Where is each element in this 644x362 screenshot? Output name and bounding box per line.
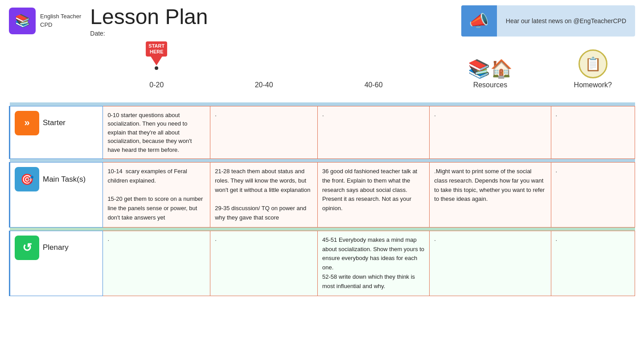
announcement-text: Hear our latest news on @EngTeacherCPD xyxy=(497,17,635,24)
start-pin: START HERE xyxy=(146,41,167,70)
maintask-time2: 21-28 teach them about status and roles.… xyxy=(210,163,318,228)
logo-box: 📚 English Teacher CPD xyxy=(9,8,81,34)
col-20-40-header: 20-40 xyxy=(210,46,318,102)
logo-text: English Teacher CPD xyxy=(40,12,81,28)
logo-icon: 📚 xyxy=(9,8,36,34)
page-header: 📚 English Teacher CPD Lesson Plan Date: … xyxy=(0,0,644,41)
column-header-row: START HERE 0-20 20-40 40-60 📚🏠 xyxy=(10,46,635,102)
starter-time2: . xyxy=(210,106,318,159)
starter-label-inner: » Starter xyxy=(12,111,100,135)
starter-time3: . xyxy=(318,106,430,159)
announcement-box: 📣 Hear our latest news on @EngTeacherCPD xyxy=(461,5,635,37)
plenary-row: ↺ Plenary . . 45-51 Everybody makes a mi… xyxy=(10,231,635,296)
pin-label: START HERE xyxy=(146,41,167,57)
starter-time1: 0-10 starter questions about socializati… xyxy=(103,106,210,159)
divider-top xyxy=(10,102,635,106)
starter-homework: . xyxy=(551,106,635,159)
starter-label-text: Starter xyxy=(43,118,66,127)
date-label: Date: xyxy=(90,30,452,37)
maintask-label-cell: 🎯 Main Task(s) xyxy=(10,163,103,228)
main-title: Lesson Plan xyxy=(90,4,452,29)
plenary-homework: . xyxy=(551,231,635,296)
divider-mid2 xyxy=(10,227,635,231)
plenary-label-inner: ↺ Plenary xyxy=(12,236,100,260)
starter-label-cell: » Starter xyxy=(10,106,103,159)
pin-arrow-shape xyxy=(150,56,163,65)
homework-icon-circle: 📋 xyxy=(578,49,607,78)
main-task-row: 🎯 Main Task(s) 10-14 scary examples of F… xyxy=(10,163,635,228)
starter-resources: . xyxy=(430,106,551,159)
maintask-resources: .Might want to print some of the social … xyxy=(430,163,551,228)
plenary-resources: . xyxy=(430,231,551,296)
plenary-icon: ↺ xyxy=(15,236,39,260)
plenary-time2: . xyxy=(210,231,318,296)
lesson-table-container: START HERE 0-20 20-40 40-60 📚🏠 xyxy=(0,46,644,305)
maintask-homework: . xyxy=(551,163,635,228)
col-40-60-header: 40-60 xyxy=(318,46,430,102)
resource-header-icon: 📚🏠 xyxy=(468,59,513,78)
maintask-time3: 36 good old fashioned teacher talk at th… xyxy=(318,163,430,228)
col-0-20-header: START HERE 0-20 xyxy=(103,46,210,102)
col-label-header xyxy=(10,46,103,102)
maintask-label-text: Main Task(s) xyxy=(43,175,86,184)
maintask-label-inner: 🎯 Main Task(s) xyxy=(12,167,100,191)
maintask-time1: 10-14 scary examples of Feral children e… xyxy=(103,163,210,228)
lesson-table: START HERE 0-20 20-40 40-60 📚🏠 xyxy=(9,46,635,296)
col-homework-header: 📋 Homework? xyxy=(551,46,635,102)
announcement-icon: 📣 xyxy=(461,5,497,37)
pin-circle xyxy=(155,66,158,70)
starter-icon: » xyxy=(15,111,39,135)
plenary-time1: . xyxy=(103,231,210,296)
title-section: Lesson Plan Date: xyxy=(90,4,452,37)
maintask-icon: 🎯 xyxy=(15,167,39,191)
plenary-label-text: Plenary xyxy=(43,243,69,252)
plenary-label-cell: ↺ Plenary xyxy=(10,231,103,296)
starter-row: » Starter 0-10 starter questions about s… xyxy=(10,106,635,159)
divider-mid1 xyxy=(10,159,635,163)
col-resources-header: 📚🏠 Resources xyxy=(430,46,551,102)
plenary-time3: 45-51 Everybody makes a mind map about s… xyxy=(318,231,430,296)
